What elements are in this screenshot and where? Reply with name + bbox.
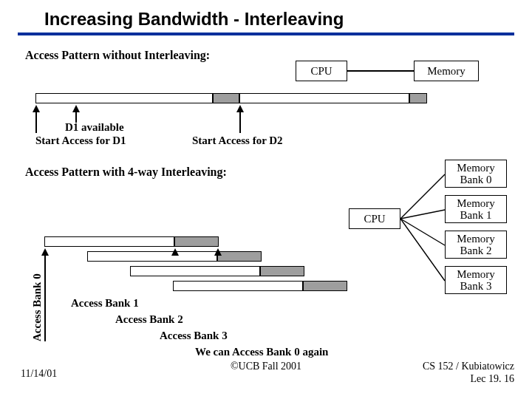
cpu-mem-line — [347, 70, 414, 72]
arrow-start-d2 — [236, 105, 244, 112]
bar-d2-transfer — [409, 93, 427, 103]
memory-box-1: Memory — [414, 61, 479, 81]
bar-d1-latency — [35, 93, 213, 103]
arrow-stem-b0 — [44, 256, 46, 341]
svg-line-0 — [400, 174, 445, 219]
arrow-b0-b — [214, 248, 222, 256]
bar-bank3-xfer — [303, 281, 347, 291]
start-d2-label: Start Access for D2 — [192, 134, 283, 147]
bar-d1-transfer — [213, 93, 239, 103]
cpu-bank-lines — [400, 171, 446, 296]
bar-bank1-lat — [87, 251, 217, 262]
footer-lecnum: Lec 19. 16 — [423, 373, 514, 386]
svg-line-3 — [400, 219, 445, 281]
access-bank-0-again-label: We can Access Bank 0 again — [195, 346, 328, 358]
svg-line-1 — [400, 210, 445, 219]
bar-bank0-xfer — [174, 236, 219, 247]
mem-bank-0-box: Memory Bank 0 — [445, 160, 507, 188]
access-bank-3-label: Access Bank 3 — [160, 330, 228, 342]
footer-course: CS 152 / Kubiatowicz — [423, 361, 514, 373]
d1-available-label: D1 available — [65, 121, 124, 134]
section1-heading: Access Pattern without Interleaving: — [25, 49, 210, 62]
bar-bank0-lat — [44, 236, 174, 247]
arrow-d1-available — [72, 105, 80, 112]
start-d1-label: Start Access for D1 — [35, 134, 126, 147]
bar-bank3-lat — [173, 281, 303, 291]
mem-bank-3-box: Memory Bank 3 — [445, 266, 507, 294]
access-bank-1-label: Access Bank 1 — [71, 297, 139, 310]
section2-heading: Access Pattern with 4-way Interleaving: — [25, 166, 227, 179]
bar-bank1-xfer — [217, 251, 262, 262]
cpu-box-2: CPU — [349, 208, 400, 229]
mem-bank-2-box: Memory Bank 2 — [445, 231, 507, 259]
arrow-b0-a — [171, 248, 179, 256]
mem-bank-1-box: Memory Bank 1 — [445, 195, 507, 223]
cpu-box-1: CPU — [296, 61, 347, 81]
arrow-stem-d2 — [239, 112, 241, 133]
svg-line-2 — [400, 219, 445, 245]
bar-bank2-xfer — [260, 266, 304, 276]
arrow-start-d1 — [33, 105, 40, 112]
slide-title: Increasing Bandwidth - Interleaving — [0, 0, 532, 33]
title-underline — [18, 33, 514, 35]
access-bank-2-label: Access Bank 2 — [115, 313, 183, 326]
bar-bank2-lat — [130, 266, 260, 276]
arrow-b0-start — [41, 248, 49, 256]
bar-d2-latency — [239, 93, 409, 103]
arrow-stem-d1 — [35, 112, 37, 133]
access-bank-0-vlabel: Access Bank 0 — [31, 273, 44, 341]
